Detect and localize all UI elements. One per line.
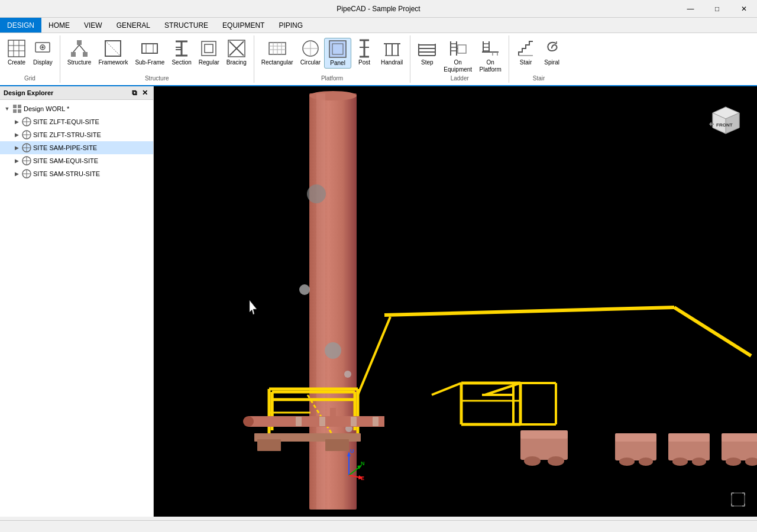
menu-piping[interactable]: PIPING [271,18,310,33]
expand-zlft-equi[interactable]: ▶ [12,119,21,125]
close-button[interactable]: ✕ [730,0,757,18]
step-button[interactable]: Step [414,38,440,67]
expand-sam-pipe[interactable]: ▶ [12,145,21,151]
menu-general[interactable]: GENERAL [109,18,157,33]
svg-line-14 [105,41,121,56]
spiral-icon [542,39,561,58]
svg-point-93 [307,184,326,203]
tree-item-zlft-stru[interactable]: ▶ SITE ZLFT-STRU-SITE [0,128,153,141]
view-cube[interactable]: FRONT [707,98,745,137]
svg-rect-73 [13,109,17,113]
de-close-button[interactable]: ✕ [140,88,150,98]
stair-button[interactable]: Stair [513,38,539,67]
panel-button[interactable]: Panel [324,38,351,69]
ribbon-content: Create Display Grid [0,33,757,85]
section-label: Section [172,59,191,66]
bracing-button[interactable]: Bracing [223,38,250,67]
svg-rect-0 [8,40,25,57]
svg-line-12 [79,45,85,52]
handrail-icon [383,39,402,58]
post-button[interactable]: Post [351,38,377,67]
svg-point-7 [41,46,44,48]
spiral-button[interactable]: Spiral [539,38,565,67]
design-explorer-title: Design Explorer [4,89,53,96]
zlft-stru-label: SITE ZLFT-STRU-SITE [33,131,101,138]
tree-item-zlft-equi[interactable]: ▶ SITE ZLFT-EQUI-SITE [0,115,153,128]
main-area: Design Explorer ⧉ ✕ ▼ Design WORL * ▶ [0,86,757,517]
svg-text:FRONT: FRONT [716,122,733,128]
de-header-controls: ⧉ ✕ [130,88,150,98]
on-equipment-button[interactable]: OnEquipment [440,38,475,74]
bracing-label: Bracing [227,59,247,66]
viewport[interactable]: U N E FRONT [154,86,757,517]
framework-button[interactable]: Framework [95,38,131,67]
svg-rect-15 [142,44,157,53]
rectangular-label: Rectangular [261,59,293,66]
design-explorer-tree: ▼ Design WORL * ▶ SITE ZLFT-EQUI-SITE ▶ [0,100,153,517]
menu-structure[interactable]: STRUCTURE [157,18,215,33]
framework-label: Framework [98,59,128,66]
title-bar: PipeCAD - Sample Project — □ ✕ [0,0,757,18]
circular-button[interactable]: Circular [297,38,324,67]
rectangular-icon [268,39,287,58]
sam-stru-icon [21,168,32,179]
svg-rect-10 [83,52,88,57]
stair-items: Stair Spiral [513,35,565,75]
svg-rect-72 [18,105,21,108]
svg-rect-24 [205,44,213,53]
menu-home[interactable]: HOME [41,18,77,33]
tree-item-design-worl[interactable]: ▼ Design WORL * [0,102,153,115]
expand-sam-equi[interactable]: ▶ [12,158,21,164]
on-equipment-label: OnEquipment [444,59,472,73]
post-icon [355,39,374,58]
expand-sam-stru[interactable]: ▶ [12,171,21,177]
ladder-items: Step OnEquipment [414,35,505,75]
svg-text:N: N [361,460,365,466]
create-label: Create [8,59,25,66]
sam-pipe-label: SITE SAM-PIPE-SITE [33,144,97,151]
section-button[interactable]: Section [168,38,195,67]
bracing-icon [227,39,246,58]
stair-label: Stair [520,59,532,66]
create-button[interactable]: Create [4,38,30,67]
on-platform-button[interactable]: OnPlatform [475,38,505,74]
display-label: Display [33,59,53,66]
expand-zlft-stru[interactable]: ▶ [12,132,21,138]
menu-view[interactable]: VIEW [77,18,109,33]
svg-rect-148 [722,433,757,442]
menu-design[interactable]: DESIGN [0,18,41,33]
handrail-label: Handrail [381,59,403,66]
zlft-stru-icon [21,129,32,140]
tree-item-sam-equi[interactable]: ▶ SITE SAM-EQUI-SITE [0,154,153,167]
svg-point-96 [344,371,351,378]
rectangular-button[interactable]: Rectangular [258,38,297,67]
de-restore-button[interactable]: ⧉ [130,88,139,98]
spiral-label: Spiral [544,59,559,66]
regular-button[interactable]: Regular [195,38,223,67]
svg-rect-131 [520,430,568,439]
zoom-controls[interactable] [731,492,745,508]
tree-item-sam-pipe[interactable]: ▶ SITE SAM-PIPE-SITE [0,141,153,154]
platform-group-label: Platform [258,75,407,83]
sam-equi-icon [21,155,32,166]
tree-item-sam-stru[interactable]: ▶ SITE SAM-STRU-SITE [0,167,153,180]
svg-rect-139 [615,439,656,460]
minimize-button[interactable]: — [677,0,704,18]
subframe-button[interactable]: Sub-Frame [131,38,168,67]
grid-items: Create Display [4,35,56,75]
display-button[interactable]: Display [30,38,56,67]
maximize-button[interactable]: □ [704,0,730,18]
svg-rect-115 [319,417,325,426]
structure-button[interactable]: Structure [64,38,95,67]
handrail-button[interactable]: Handrail [377,38,406,67]
svg-text:E: E [361,475,364,481]
svg-rect-9 [71,52,76,57]
ribbon-group-structure: Structure Framework [60,35,254,83]
design-explorer-header: Design Explorer ⧉ ✕ [0,86,153,100]
ribbon-group-grid: Create Display Grid [0,35,60,83]
expand-design-worl[interactable]: ▼ [2,106,12,112]
svg-point-113 [243,416,254,427]
svg-line-125 [432,383,461,395]
subframe-label: Sub-Frame [135,59,164,66]
menu-equipment[interactable]: EQUIPMENT [215,18,271,33]
